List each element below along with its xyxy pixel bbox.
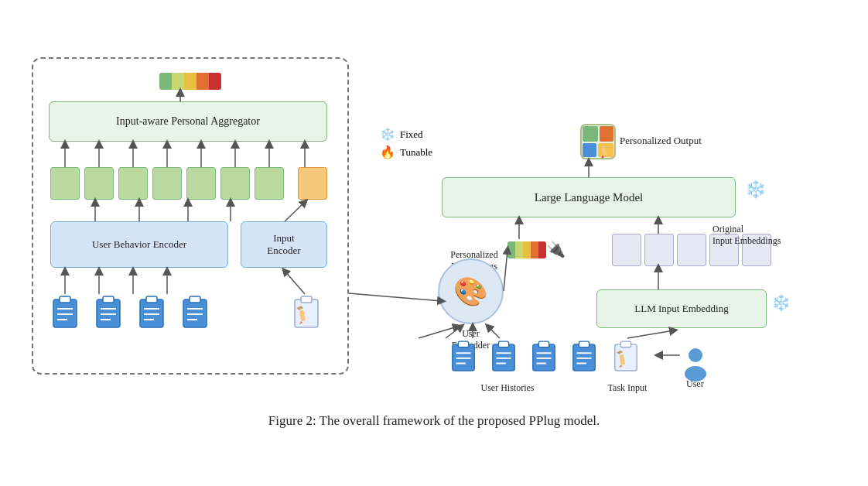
input-encoder-box: Input Encoder [241, 221, 327, 268]
svg-line-43 [285, 271, 305, 294]
llm-input-label: LLM Input Embedding [634, 303, 728, 315]
llm-input-box: LLM Input Embedding [596, 289, 767, 328]
legend-fixed: ❄️ Fixed [380, 127, 432, 142]
orig-embed-2 [644, 234, 674, 266]
embed-block-4 [152, 167, 182, 200]
fixed-icon: ❄️ [380, 127, 395, 142]
clipboard-row-left [50, 295, 210, 330]
user-embedder-circle: 🎨 [438, 258, 504, 324]
svg-rect-16 [190, 296, 200, 303]
aggregator-box: Input-aware Personal Aggregator [49, 101, 327, 142]
cb-seg5 [538, 241, 546, 258]
diagram-container: Input-aware Personal Aggregator User Beh… [24, 34, 844, 452]
embed-block-3 [118, 167, 148, 200]
tunable-label: Tunable [400, 146, 432, 159]
svg-line-38 [285, 202, 305, 221]
llm-snowflake-right: ❄️ [745, 180, 766, 200]
embed-row-left [50, 167, 327, 200]
svg-rect-72 [615, 344, 637, 371]
clipboard-icon-3 [137, 295, 166, 330]
svg-rect-53 [458, 341, 468, 347]
embed-block-1 [50, 167, 80, 200]
svg-rect-46 [583, 126, 598, 142]
svg-rect-47 [600, 126, 613, 142]
clipboard-r-3 [530, 340, 558, 374]
embed-block-2 [84, 167, 114, 200]
cb-seg3 [523, 241, 531, 258]
behavior-encoder-box: User Behavior Encoder [50, 221, 228, 268]
svg-rect-73 [620, 341, 630, 347]
color-bar-left [159, 73, 221, 90]
palette-icon: 🎨 [453, 276, 488, 308]
embed-block-orange [298, 167, 327, 200]
svg-rect-58 [498, 341, 508, 347]
clipboard-icon-2 [94, 295, 123, 330]
svg-rect-68 [579, 341, 589, 347]
figure-caption: Figure 2: The overall framework of the p… [24, 413, 844, 429]
figure-area: Input-aware Personal Aggregator User Beh… [24, 34, 844, 406]
color-seg-green [159, 73, 172, 90]
svg-rect-21 [301, 296, 312, 303]
left-panel: Input-aware Personal Aggregator User Beh… [32, 57, 349, 375]
clipboard-r-1 [449, 340, 477, 374]
output-icon [579, 123, 617, 163]
aggregator-label: Input-aware Personal Aggregator [116, 115, 260, 128]
svg-rect-11 [146, 296, 157, 303]
svg-rect-20 [295, 299, 318, 327]
edit-icon-right [612, 340, 640, 379]
embed-block-6 [220, 167, 250, 200]
fixed-label: Fixed [400, 128, 423, 141]
llm-label: Large Language Model [535, 191, 644, 204]
clipboard-row-right [449, 340, 598, 374]
cb-seg4 [531, 241, 538, 258]
spacer [289, 167, 293, 200]
color-seg-red [209, 73, 221, 90]
legend: ❄️ Fixed 🔥 Tunable [380, 127, 432, 159]
user-label: User [686, 378, 704, 390]
edit-icon-left [292, 295, 321, 330]
clipboard-icon-4 [180, 295, 210, 330]
orig-embed-1 [612, 234, 641, 266]
svg-rect-1 [60, 296, 70, 303]
tunable-icon: 🔥 [380, 145, 395, 159]
color-seg-yellow-green [172, 73, 184, 90]
output-label: Personalized Output [620, 135, 702, 147]
clipboard-r-4 [570, 340, 598, 374]
behavior-encoder-label: User Behavior Encoder [92, 238, 186, 251]
cb-seg2 [515, 241, 523, 258]
svg-rect-6 [103, 296, 114, 303]
svg-point-77 [689, 348, 702, 362]
legend-tunable: 🔥 Tunable [380, 145, 432, 159]
svg-rect-63 [538, 341, 548, 347]
task-input-label: Task Input [596, 382, 658, 394]
color-bar-right [507, 241, 546, 258]
right-panel: ❄️ Fixed 🔥 Tunable [372, 34, 844, 406]
clipboard-r-2 [490, 340, 518, 374]
embed-block-7 [255, 167, 284, 200]
svg-rect-48 [583, 143, 596, 157]
llm-input-snowflake: ❄️ [771, 293, 791, 312]
embed-block-5 [186, 167, 216, 200]
orig-embed-3 [677, 234, 706, 266]
cb-seg1 [507, 241, 515, 258]
color-seg-yellow [184, 73, 196, 90]
user-histories-label: User Histories [461, 382, 554, 394]
llm-box: Large Language Model [442, 177, 736, 217]
svg-line-90 [627, 330, 674, 338]
orig-embed-label: Original Input Embeddings [713, 224, 782, 247]
input-encoder-label: Input Encoder [267, 232, 300, 257]
plug-icon: 🔌 [546, 240, 566, 258]
clipboard-icon-1 [50, 295, 80, 330]
color-seg-orange [196, 73, 209, 90]
